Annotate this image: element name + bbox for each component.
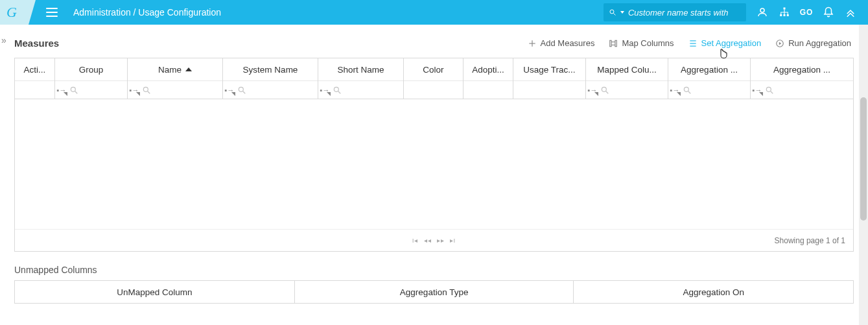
svg-point-17	[143, 87, 148, 91]
svg-rect-10	[615, 40, 616, 46]
col-system-name[interactable]: System Name	[223, 58, 318, 80]
svg-point-23	[602, 87, 606, 91]
search-dropdown-caret[interactable]	[620, 11, 624, 14]
svg-point-0	[610, 10, 614, 14]
svg-point-21	[334, 87, 338, 91]
svg-marker-14	[779, 42, 782, 45]
svg-rect-3	[784, 8, 786, 10]
filter-search-icon[interactable]	[765, 86, 774, 95]
go-label[interactable]: GO	[801, 6, 812, 18]
page-info: Showing page 1 of 1	[775, 230, 845, 251]
breadcrumb: Administration / Usage Configuration	[73, 7, 221, 18]
filter-search-icon[interactable]	[683, 86, 692, 95]
unmapped-grid: UnMapped Column Aggregation Type Aggrega…	[14, 280, 854, 304]
svg-point-2	[760, 8, 764, 12]
col-short-name[interactable]: Short Name	[318, 58, 403, 80]
measures-section-title: Measures	[14, 38, 59, 49]
sitemap-icon[interactable]	[779, 6, 790, 18]
svg-line-26	[688, 91, 691, 93]
col-color[interactable]: Color	[404, 58, 463, 80]
global-search[interactable]	[604, 3, 746, 21]
run-aggregation-button[interactable]: Run Aggregation	[775, 38, 851, 48]
pagination-controls: ı◂ ◂◂ ▸▸ ▸ı	[412, 237, 456, 244]
svg-line-22	[338, 91, 341, 93]
play-icon	[775, 39, 784, 48]
filter-operator-icon[interactable]: ▪→	[320, 85, 330, 95]
search-input[interactable]	[628, 8, 741, 18]
filter-operator-icon[interactable]: ▪→	[129, 85, 139, 95]
top-header: G Administration / Usage Configuration G…	[0, 0, 868, 25]
col-aggregation-1[interactable]: Aggregation ...	[668, 58, 750, 80]
svg-rect-5	[784, 14, 786, 16]
unmapped-section-title: Unmapped Columns	[0, 252, 868, 280]
user-avatar-icon[interactable]	[757, 6, 768, 18]
sort-asc-icon	[185, 67, 192, 71]
col-aggregation-type[interactable]: Aggregation Type	[295, 281, 574, 303]
filter-search-icon[interactable]	[600, 86, 609, 95]
svg-point-15	[71, 87, 75, 91]
app-logo[interactable]: G	[0, 0, 36, 25]
scrollbar-thumb[interactable]	[860, 97, 867, 221]
svg-line-28	[771, 91, 773, 93]
filter-operator-icon[interactable]: ▪→	[224, 85, 235, 95]
filter-operator-icon[interactable]: ▪→	[56, 85, 67, 95]
filter-operator-icon[interactable]: ▪→	[587, 85, 598, 95]
svg-line-18	[148, 91, 150, 93]
svg-point-25	[684, 87, 688, 91]
col-name-label: Name	[158, 65, 182, 75]
search-icon	[609, 8, 616, 17]
col-name[interactable]: Name	[128, 58, 222, 80]
svg-line-16	[75, 91, 78, 93]
plus-icon	[528, 39, 537, 48]
col-adoption[interactable]: Adopti...	[463, 58, 513, 80]
col-unmapped-column[interactable]: UnMapped Column	[15, 281, 295, 303]
notifications-icon[interactable]	[823, 6, 834, 18]
svg-point-27	[766, 87, 771, 91]
page-prev-icon[interactable]: ◂◂	[424, 237, 432, 244]
vertical-scrollbar[interactable]	[859, 25, 868, 325]
col-mapped-column[interactable]: Mapped Colu...	[586, 58, 668, 80]
set-aggregation-button[interactable]: Set Aggregation	[688, 38, 762, 48]
filter-operator-icon[interactable]: ▪→	[670, 85, 680, 95]
page-last-icon[interactable]: ▸ı	[450, 237, 456, 244]
svg-point-19	[239, 87, 243, 91]
svg-rect-6	[787, 14, 789, 16]
set-aggregation-icon	[688, 39, 698, 48]
col-aggregation-on[interactable]: Aggregation On	[574, 281, 853, 303]
filter-search-icon[interactable]	[69, 86, 78, 95]
set-aggregation-label: Set Aggregation	[701, 38, 762, 48]
map-columns-button[interactable]: Map Columns	[609, 38, 674, 48]
filter-search-icon[interactable]	[142, 86, 151, 95]
page-next-icon[interactable]: ▸▸	[437, 237, 445, 244]
filter-search-icon[interactable]	[237, 86, 246, 95]
col-group[interactable]: Group	[55, 58, 127, 80]
svg-line-20	[243, 91, 246, 93]
col-usage-tracking[interactable]: Usage Trac...	[513, 58, 585, 80]
add-measures-button[interactable]: Add Measures	[528, 38, 595, 48]
svg-rect-9	[610, 40, 611, 46]
run-aggregation-label: Run Aggregation	[788, 38, 851, 48]
svg-line-24	[606, 91, 609, 93]
logo-letter: G	[6, 4, 17, 21]
page-first-icon[interactable]: ı◂	[412, 237, 419, 244]
filter-search-icon[interactable]	[333, 86, 342, 95]
filter-operator-icon[interactable]: ▪→	[752, 85, 762, 95]
measures-grid-body	[15, 99, 853, 229]
measures-grid: Acti... Group ▪→ Name ▪→	[14, 58, 854, 252]
collapse-up-icon[interactable]	[845, 6, 856, 18]
map-columns-label: Map Columns	[622, 38, 674, 48]
menu-icon[interactable]	[46, 8, 58, 17]
add-measures-label: Add Measures	[541, 38, 595, 48]
svg-line-1	[613, 13, 615, 15]
col-actions[interactable]: Acti...	[15, 58, 54, 80]
map-columns-icon	[609, 39, 618, 48]
col-aggregation-2[interactable]: Aggregation ...	[751, 58, 853, 80]
svg-rect-4	[780, 14, 782, 16]
